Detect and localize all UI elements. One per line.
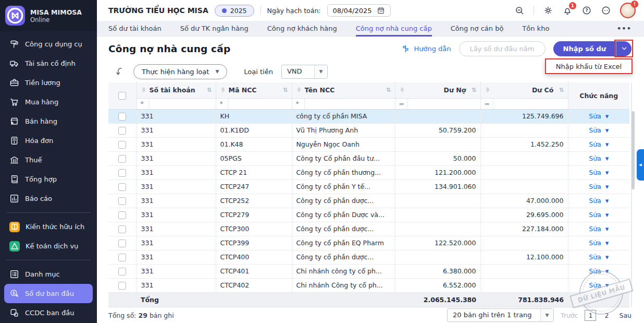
help-icon[interactable]: ? <box>581 5 592 16</box>
filter-input[interactable] <box>407 99 477 109</box>
tab-1[interactable]: Số dư tài khoản <box>108 21 162 37</box>
sidebar-item-report[interactable]: Báo cáo <box>4 189 93 208</box>
sort-icon[interactable]: ⇅ <box>207 87 212 93</box>
row-checkbox[interactable] <box>118 282 126 290</box>
tab-5[interactable]: Công nợ cán bộ <box>451 21 504 37</box>
row-checkbox[interactable] <box>118 113 126 121</box>
guide-link[interactable]: Hướng dẫn <box>401 44 451 53</box>
cart-icon <box>9 97 19 107</box>
enter-balance-dropdown-button[interactable] <box>616 41 631 56</box>
avatar[interactable]: ! <box>620 3 636 18</box>
sort-icon[interactable]: ⇅ <box>283 87 288 93</box>
page-number-2[interactable]: 2 <box>601 310 612 321</box>
row-checkbox[interactable] <box>118 211 126 219</box>
enter-balance-button[interactable]: Nhập số dư <box>553 41 616 56</box>
edit-button[interactable]: Sửa▼ <box>573 169 626 176</box>
tab-6[interactable]: Tồn kho <box>522 21 549 37</box>
page-size-select[interactable]: 20 bản ghi trên 1 trang ▼ <box>447 308 554 322</box>
edit-button[interactable]: Sửa▼ <box>573 211 626 219</box>
batch-action-button[interactable]: Thực hiện hàng loạt ▼ <box>133 64 227 79</box>
row-checkbox[interactable] <box>118 240 126 247</box>
edit-button[interactable]: Sửa▼ <box>573 225 626 233</box>
filter-operator[interactable]: = <box>399 99 407 109</box>
import-excel-menu-item[interactable]: Nhập khẩu từ Excel <box>545 58 633 74</box>
caret-down-icon: ▼ <box>605 241 609 246</box>
sidebar-item-ccdc-opening[interactable]: CCDC ban đầu <box>4 303 93 322</box>
prev-page-button[interactable]: Trước <box>561 312 578 319</box>
row-checkbox[interactable] <box>118 127 126 135</box>
tab-4[interactable]: Công nợ nhà cung cấp <box>356 21 432 37</box>
edit-button[interactable]: Sửa▼ <box>573 197 626 205</box>
sidebar-item-general[interactable]: Tổng hợp <box>4 170 93 189</box>
notifications-bell-icon[interactable]: 1 <box>562 5 573 16</box>
pin-icon[interactable] <box>296 87 302 93</box>
filter-input[interactable] <box>493 99 564 109</box>
row-checkbox[interactable] <box>118 268 126 276</box>
edit-button[interactable]: Sửa▼ <box>573 140 626 148</box>
row-checkbox[interactable] <box>118 183 126 191</box>
filter-operator[interactable]: * <box>220 99 228 109</box>
pin-icon[interactable] <box>220 87 226 93</box>
get-opening-balance-button[interactable]: Lấy số dư đầu năm <box>459 41 546 56</box>
fiscal-year-selector[interactable]: 2025 <box>215 5 254 17</box>
sidebar: MISA MIMOSA Online Công cụ dụng cụTài sả… <box>0 0 97 323</box>
sidebar-item-sales[interactable]: Bán hàng <box>4 112 93 131</box>
filter-input[interactable] <box>228 99 288 109</box>
sidebar-item-invoice[interactable]: Hóa đơn <box>4 131 93 150</box>
more-options-icon[interactable] <box>601 5 611 16</box>
posting-date-input[interactable]: 08/04/2025 <box>327 4 391 17</box>
sidebar-item-tax[interactable]: Thuế <box>4 150 93 170</box>
row-checkbox[interactable] <box>118 155 126 163</box>
sidebar-item-label: Tài sản cố định <box>25 59 76 67</box>
tabs-overflow-button[interactable]: ••• <box>617 25 631 32</box>
sort-icon[interactable]: ⇅ <box>559 87 564 93</box>
search-icon[interactable] <box>514 5 525 16</box>
filter-input[interactable] <box>149 99 212 109</box>
tab-2[interactable]: Số dư TK ngân hàng <box>180 21 249 37</box>
row-checkbox[interactable] <box>118 169 126 177</box>
edit-button[interactable]: Sửa▼ <box>573 281 626 289</box>
pin-icon[interactable] <box>141 87 147 93</box>
sort-direction-icon[interactable] <box>115 66 125 77</box>
settings-gear-icon[interactable] <box>543 5 553 16</box>
sidebar-item-knowledge[interactable]: Kiến thức hữu ích <box>4 217 93 236</box>
sidebar-item-categories[interactable]: Danh mục <box>4 265 93 284</box>
edit-button[interactable]: Sửa▼ <box>573 183 626 190</box>
edit-button[interactable]: Sửa▼ <box>573 112 626 120</box>
tab-3[interactable]: Công nợ khách hàng <box>267 21 337 37</box>
pin-icon[interactable] <box>399 87 405 93</box>
row-checkbox[interactable] <box>118 225 126 233</box>
row-checkbox[interactable] <box>118 141 126 149</box>
company-name: TRƯỜNG TIỂU HỌC MISA <box>108 6 208 15</box>
edit-button[interactable]: Sửa▼ <box>573 239 626 247</box>
pin-icon[interactable] <box>485 87 491 93</box>
edit-button[interactable]: Sửa▼ <box>573 253 626 261</box>
filter-operator[interactable]: * <box>296 99 304 109</box>
currency-select[interactable]: VND ▼ <box>281 65 328 79</box>
filter-operator[interactable]: = <box>485 99 493 109</box>
edit-button[interactable]: Sửa▼ <box>573 154 626 162</box>
next-page-button[interactable]: Sau <box>619 312 631 319</box>
report-icon <box>9 194 19 204</box>
sort-icon[interactable]: ⇅ <box>472 87 476 93</box>
cell-debit: 50.759.200 <box>395 123 480 137</box>
page-number-1[interactable]: 1 <box>585 310 596 321</box>
panel-collapse-tab[interactable]: ◀ <box>637 149 644 181</box>
filter-operator[interactable]: * <box>141 99 149 109</box>
sidebar-item-fixed-assets[interactable]: Tài sản cố định <box>4 54 93 73</box>
sidebar-item-purchase[interactable]: Mua hàng <box>4 92 93 112</box>
sidebar-item-accounting-service[interactable]: Kế toán dịch vụ <box>4 236 93 256</box>
select-all-checkbox[interactable] <box>118 92 126 100</box>
edit-button[interactable]: Sửa▼ <box>573 267 626 275</box>
scrollbar-thumb[interactable] <box>631 111 635 189</box>
sidebar-item-tools[interactable]: Công cụ dụng cụ <box>4 34 93 54</box>
cell-debit <box>395 109 480 123</box>
filter-input[interactable] <box>304 99 391 109</box>
row-checkbox[interactable] <box>118 254 126 261</box>
cell-credit <box>480 123 568 137</box>
edit-button[interactable]: Sửa▼ <box>573 126 626 134</box>
sort-icon[interactable]: ⇅ <box>386 87 391 93</box>
sidebar-item-salary[interactable]: Tiền lương <box>4 73 93 92</box>
row-checkbox[interactable] <box>118 197 126 205</box>
sidebar-item-opening-balance[interactable]: $Số dư ban đầu <box>4 284 93 303</box>
